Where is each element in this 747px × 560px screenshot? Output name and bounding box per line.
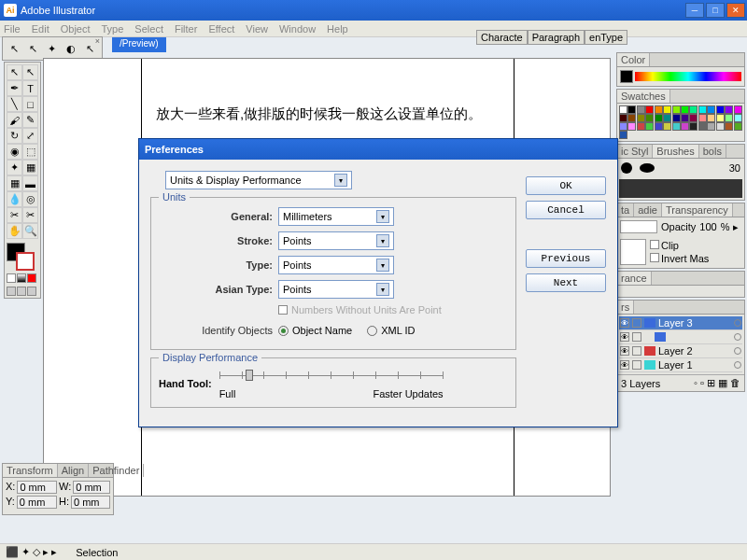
lock-icon[interactable]	[632, 360, 641, 370]
swatch[interactable]	[672, 114, 681, 122]
swatch[interactable]	[725, 105, 733, 114]
swatch[interactable]	[734, 114, 742, 122]
mask-thumb[interactable]	[620, 239, 646, 265]
swatch[interactable]	[663, 114, 671, 122]
direct-select-tool[interactable]: ↖	[22, 64, 38, 80]
swatch[interactable]	[619, 105, 627, 114]
transform-tab[interactable]: Transform	[3, 464, 58, 477]
close-button[interactable]: ✕	[726, 3, 745, 18]
menu-edit[interactable]: Edit	[32, 23, 49, 35]
status-icons[interactable]: ⬛ ✦ ◇ ▸ ▸	[6, 546, 57, 558]
swatch[interactable]	[627, 114, 636, 122]
line-tool[interactable]: ╲	[7, 96, 22, 112]
symbol-tool[interactable]: ✦	[7, 160, 22, 175]
swatch[interactable]	[637, 105, 645, 114]
menu-window[interactable]: Window	[279, 23, 316, 35]
w-input[interactable]: 0 mm	[73, 481, 110, 494]
swatch[interactable]	[645, 122, 654, 131]
swatch[interactable]	[627, 122, 636, 131]
visibility-icon[interactable]: 👁	[620, 332, 629, 342]
hand-tool-slider[interactable]	[219, 368, 444, 386]
fill-stroke-control[interactable]	[7, 243, 35, 271]
cancel-button[interactable]: Cancel	[526, 201, 606, 219]
screen-mode-presentation[interactable]	[27, 287, 36, 296]
appearance-tab[interactable]: rance	[617, 272, 652, 285]
screen-mode-normal[interactable]	[7, 287, 16, 296]
swatch[interactable]	[707, 114, 715, 122]
type-tool[interactable]: T	[22, 80, 38, 96]
blend-mode-select[interactable]	[620, 220, 657, 233]
selection-tool[interactable]: ↖	[7, 64, 22, 80]
pencil-tool[interactable]: ✎	[22, 112, 38, 128]
previous-button[interactable]: Previous	[526, 249, 606, 268]
swatch[interactable]	[619, 114, 627, 122]
wand-icon[interactable]: ✦	[46, 42, 59, 55]
layer-row[interactable]: 👁Layer 2	[619, 344, 742, 358]
swatch[interactable]	[663, 122, 671, 131]
y-input[interactable]: 0 mm	[17, 496, 57, 509]
swatch[interactable]	[681, 114, 689, 122]
zoom-tool[interactable]: 🔍	[22, 223, 38, 239]
swatch[interactable]	[627, 105, 636, 114]
numbers-checkbox[interactable]	[278, 305, 288, 315]
tab-ta[interactable]: ta	[617, 203, 634, 217]
menu-view[interactable]: View	[246, 23, 268, 35]
swatch[interactable]	[655, 114, 663, 122]
ok-button[interactable]: OK	[526, 176, 606, 195]
tab-opentype[interactable]: enType	[585, 30, 627, 45]
brush-oval-icon[interactable]	[640, 163, 655, 173]
color-mode-gradient[interactable]	[17, 273, 26, 283]
color-mode-none[interactable]	[7, 273, 16, 283]
color-mode-color[interactable]	[27, 273, 36, 283]
swatch[interactable]	[619, 131, 627, 139]
swatch[interactable]	[716, 105, 725, 114]
menu-select[interactable]: Select	[134, 23, 163, 35]
tab-transparency[interactable]: Transparency	[662, 203, 733, 217]
maximize-button[interactable]: □	[706, 3, 725, 18]
palette-close-icon[interactable]: ×	[95, 36, 100, 46]
menu-filter[interactable]: Filter	[175, 23, 197, 35]
swatch[interactable]	[698, 122, 707, 131]
hand-tool[interactable]: ✋	[7, 223, 22, 239]
chevron-icon[interactable]: ▸	[733, 221, 739, 233]
menu-effect[interactable]: Effect	[208, 23, 234, 35]
swatch[interactable]	[672, 105, 681, 114]
target-icon[interactable]	[734, 319, 741, 327]
swatch[interactable]	[681, 105, 689, 114]
general-select[interactable]: Millimeters▾	[278, 207, 394, 226]
lock-icon[interactable]	[632, 346, 641, 356]
free-transform-tool[interactable]: ⬚	[22, 144, 38, 160]
lock-icon[interactable]	[632, 318, 641, 328]
xml-id-radio[interactable]	[367, 326, 377, 336]
swatch[interactable]	[698, 114, 707, 122]
rect-tool[interactable]: □	[22, 96, 38, 112]
swatch[interactable]	[725, 114, 733, 122]
eyedropper-tool[interactable]: 💧	[7, 191, 22, 207]
h-input[interactable]: 0 mm	[71, 496, 110, 509]
swatch[interactable]	[716, 114, 725, 122]
object-name-radio[interactable]	[278, 326, 289, 336]
layer-row[interactable]: 👁	[619, 330, 742, 344]
pen-tool[interactable]: ✒	[7, 80, 22, 96]
rotate-tool[interactable]: ↻	[7, 128, 22, 144]
swatches-tab[interactable]: Swatches	[617, 90, 670, 103]
brushes-tab[interactable]: Brushes	[653, 145, 698, 158]
align-tab[interactable]: Align	[58, 464, 89, 477]
gradient-tool[interactable]: ▬	[22, 175, 38, 191]
clip-checkbox[interactable]	[650, 240, 659, 249]
menu-type[interactable]: Type	[102, 23, 124, 35]
swatch[interactable]	[637, 114, 645, 122]
visibility-icon[interactable]: 👁	[620, 360, 629, 370]
blend-tool[interactable]: ◎	[22, 191, 38, 207]
graph-tool[interactable]: ▦	[22, 160, 38, 175]
lasso-icon[interactable]: ◐	[64, 42, 78, 55]
swatch[interactable]	[725, 122, 733, 131]
mesh-tool[interactable]: ▦	[7, 175, 22, 191]
menu-object[interactable]: Object	[61, 23, 91, 35]
symbols-tab[interactable]: bols	[699, 145, 726, 158]
pathfinder-tab[interactable]: Pathfinder	[89, 464, 144, 477]
menu-file[interactable]: File	[4, 23, 21, 35]
layers-icons[interactable]: ◦ ▫ ⊞ ▦ 🗑	[694, 377, 740, 389]
swatch[interactable]	[645, 114, 654, 122]
swatch[interactable]	[681, 122, 689, 131]
